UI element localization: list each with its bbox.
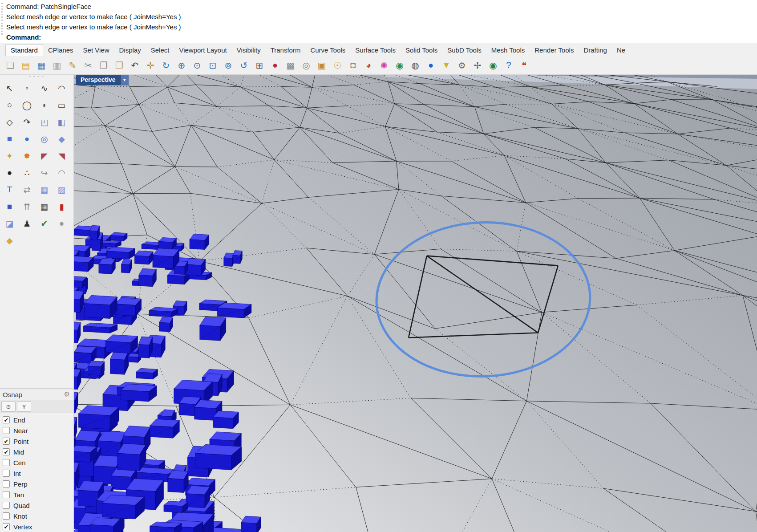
dimension-icon[interactable]: ✢ (471, 59, 484, 72)
curved-surface-icon[interactable]: ◧ (53, 114, 70, 130)
menu-tab-viewport-layout[interactable]: Viewport Layout (174, 45, 231, 56)
osnap-item-cen[interactable]: Cen (3, 457, 73, 468)
cap-icon[interactable]: ◥ (53, 148, 70, 164)
globe-icon[interactable]: ◉ (486, 59, 500, 72)
menu-tab-cplanes[interactable]: CPlanes (43, 45, 78, 56)
print-icon[interactable]: ▥ (50, 59, 64, 72)
surface-edit-icon[interactable]: ◆ (53, 131, 70, 147)
gears-icon[interactable]: ⚙ (455, 59, 469, 72)
surface-points-icon[interactable]: ◰ (36, 114, 53, 130)
viewport-canvas[interactable] (74, 75, 757, 532)
move-icon[interactable]: ◎ (300, 59, 313, 72)
torus-icon[interactable]: ◎ (36, 131, 53, 147)
ellipse-icon[interactable]: ◯ (19, 97, 35, 113)
command-history-panel[interactable]: Command: PatchSingleFaceSelect mesh edge… (0, 0, 757, 43)
checkbox-quad[interactable] (3, 502, 10, 509)
menu-tab-transform[interactable]: Transform (266, 45, 306, 56)
panel-grip[interactable] (1, 3, 4, 18)
spheres-dark-icon[interactable]: ● (1, 165, 18, 181)
render-wire-icon[interactable]: ◍ (409, 59, 422, 72)
hatch-icon[interactable]: ▨ (53, 182, 70, 198)
rotate-view-icon[interactable]: ↻ (159, 59, 173, 72)
puzzle-icon[interactable]: ✦ (1, 148, 18, 164)
uvn-move-icon[interactable]: ⇄ (19, 182, 35, 198)
menu-tab-ne[interactable]: Ne (612, 45, 630, 56)
osnap-item-int[interactable]: Int (3, 468, 73, 479)
lock-icon[interactable]: ◘ (346, 59, 360, 72)
osnap-item-mid[interactable]: ✔Mid (3, 447, 73, 457)
zoom-in-icon[interactable]: ⊕ (175, 59, 188, 72)
menu-tab-set-view[interactable]: Set View (78, 45, 114, 56)
chevron-down-icon[interactable]: ▼ (120, 75, 129, 85)
digitize-icon[interactable]: ◆ (1, 232, 18, 248)
osnap-item-near[interactable]: Near (3, 425, 73, 436)
mannequin-icon[interactable]: ♟ (19, 215, 35, 231)
rectangle-icon[interactable]: ▭ (53, 97, 70, 113)
shade-icon[interactable]: ◕ (362, 59, 375, 72)
cut-icon[interactable]: ✂ (81, 59, 95, 72)
osnap-node-button[interactable]: ⊙ (1, 401, 16, 412)
osnap-item-tan[interactable]: Tan (3, 489, 73, 500)
osnap-item-knot[interactable]: Knot (3, 511, 73, 521)
color-wheel-icon[interactable]: ✺ (377, 59, 391, 72)
point-cloud-icon[interactable]: ∴ (19, 165, 35, 181)
filter-icon[interactable]: ▼ (440, 59, 453, 72)
curve-points-icon[interactable]: ∿ (36, 80, 53, 96)
array-icon[interactable]: ▦ (36, 182, 53, 198)
menu-tab-standard[interactable]: Standard (5, 44, 43, 56)
menu-tab-render-tools[interactable]: Render Tools (530, 45, 579, 56)
menu-tab-select[interactable]: Select (146, 45, 174, 56)
blend-icon[interactable]: ↪ (36, 165, 53, 181)
menu-tab-surface-tools[interactable]: Surface Tools (350, 45, 401, 56)
checkbox-knot[interactable] (3, 512, 10, 520)
new-document-icon[interactable]: ❏ (4, 59, 17, 72)
point-icon[interactable]: ◦ (19, 80, 35, 96)
copy-objects-icon[interactable]: ▣ (315, 59, 328, 72)
box-icon[interactable]: ■ (1, 131, 18, 147)
edit-notes-icon[interactable]: ✎ (66, 59, 79, 72)
zoom-previous-icon[interactable]: ↺ (237, 59, 251, 72)
lightbulb-icon[interactable]: ☉ (331, 59, 344, 72)
menu-tab-subd-tools[interactable]: SubD Tools (442, 45, 486, 56)
osnap-item-point[interactable]: ✔Point (3, 436, 73, 447)
checkbox-tan[interactable] (3, 491, 10, 498)
command-prompt[interactable]: Command: (0, 32, 757, 43)
checkbox-int[interactable] (3, 470, 10, 477)
extrude-icon[interactable]: ◤ (36, 148, 53, 164)
checkbox-near[interactable] (3, 427, 10, 434)
checkbox-cen[interactable] (3, 459, 10, 466)
check-icon[interactable]: ✔ (36, 215, 53, 231)
viewport-perspective[interactable]: Perspective ▼ (74, 75, 757, 532)
undo-icon[interactable]: ↶ (128, 59, 142, 72)
arc-continue-icon[interactable]: ◠ (53, 165, 70, 181)
menu-tab-mesh-tools[interactable]: Mesh Tools (486, 45, 530, 56)
clipping-plane-icon[interactable]: ◪ (1, 215, 18, 231)
car-icon[interactable]: ● (268, 59, 282, 72)
select-arrow-icon[interactable]: ↖ (1, 80, 18, 96)
checkbox-perp[interactable] (3, 480, 10, 487)
viewport-title-bar[interactable]: Perspective ▼ (76, 75, 129, 85)
blue-sphere-icon[interactable]: ● (424, 59, 437, 72)
panel-grip[interactable] (1, 20, 4, 35)
sphere-group-icon[interactable]: ● (19, 131, 35, 147)
osnap-item-vertex[interactable]: ✔Vertex (3, 521, 73, 532)
viewport-title[interactable]: Perspective (76, 75, 120, 85)
menu-tab-curve-tools[interactable]: Curve Tools (305, 45, 350, 56)
menu-tab-drafting[interactable]: Drafting (579, 45, 612, 56)
osnap-filter-button[interactable]: Y (17, 401, 31, 412)
arc-icon[interactable]: ◠ (53, 80, 70, 96)
rock-icon[interactable]: ● (53, 215, 70, 231)
osnap-item-end[interactable]: ✔End (3, 414, 73, 425)
open-file-icon[interactable]: ▤ (19, 59, 32, 72)
save-icon[interactable]: ▦ (35, 59, 48, 72)
polygon-icon[interactable]: ◇ (1, 114, 18, 130)
text-icon[interactable]: T (1, 182, 18, 198)
lift-icon[interactable]: ⇈ (19, 199, 35, 215)
feedback-icon[interactable]: ❝ (518, 59, 531, 72)
help-icon[interactable]: ? (502, 59, 515, 72)
gear-icon[interactable]: ⚙ (64, 390, 70, 398)
checkbox-mid[interactable]: ✔ (3, 448, 10, 455)
explode-icon[interactable]: ✸ (19, 148, 35, 164)
circle-icon[interactable]: ○ (1, 97, 18, 113)
viewport-layout-icon[interactable]: ⊞ (253, 59, 266, 72)
